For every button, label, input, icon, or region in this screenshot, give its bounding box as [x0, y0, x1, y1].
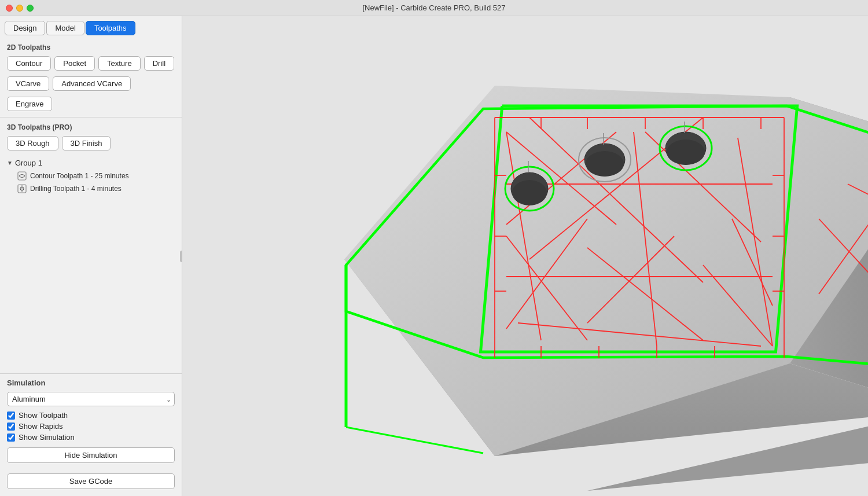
- tab-bar: Design Model Toolpaths: [0, 21, 182, 40]
- pocket-button[interactable]: Pocket: [54, 56, 95, 71]
- svg-point-52: [512, 180, 547, 205]
- window-title: [NewFile] - Carbide Create PRO, Build 52…: [362, 3, 505, 12]
- close-button[interactable]: [6, 5, 13, 12]
- simulation-label: Simulation: [7, 379, 175, 387]
- contour-toolpath-label: Contour Toolpath 1 - 25 minutes: [30, 172, 129, 180]
- 3d-toolpath-buttons: 3D Rough 3D Finish: [0, 134, 182, 154]
- show-rapids-row: Show Rapids: [7, 422, 175, 431]
- show-rapids-checkbox[interactable]: [7, 422, 15, 431]
- tab-design[interactable]: Design: [5, 21, 45, 35]
- sidebar-resize-handle[interactable]: [179, 16, 182, 496]
- show-simulation-checkbox[interactable]: [7, 433, 15, 442]
- show-simulation-row: Show Simulation: [7, 433, 175, 442]
- section-2d-toolpaths: 2D Toolpaths: [0, 40, 182, 54]
- vcarve-button[interactable]: VCarve: [7, 76, 49, 91]
- drilling-toolpath-icon: [17, 184, 27, 193]
- title-bar: [NewFile] - Carbide Create PRO, Build 52…: [0, 0, 868, 16]
- advanced-vcarve-button[interactable]: Advanced VCarve: [53, 76, 131, 91]
- material-select-wrapper: Aluminum Wood Plastic Steel ⌄: [7, 392, 175, 406]
- show-toolpath-checkbox[interactable]: [7, 412, 15, 420]
- tab-toolpaths[interactable]: Toolpaths: [86, 21, 135, 35]
- divider-1: [0, 117, 182, 117]
- contour-toolpath-icon: [17, 171, 27, 181]
- tab-model[interactable]: Model: [46, 21, 84, 35]
- 3d-finish-button[interactable]: 3D Finish: [62, 136, 111, 150]
- svg-point-55: [586, 151, 624, 177]
- toolpath-item-contour[interactable]: Contour Toolpath 1 - 25 minutes: [5, 170, 177, 182]
- toolpath-item-drilling[interactable]: Drilling Toolpath 1 - 4 minutes: [5, 182, 177, 195]
- minimize-button[interactable]: [16, 5, 23, 12]
- engrave-button[interactable]: Engrave: [7, 97, 52, 111]
- group-1-header[interactable]: ▼ Group 1: [5, 156, 177, 170]
- canvas-area: [182, 16, 868, 496]
- engrave-buttons: Engrave: [0, 94, 182, 115]
- hide-simulation-button[interactable]: Hide Simulation: [7, 447, 175, 463]
- drill-button[interactable]: Drill: [144, 56, 174, 71]
- drilling-toolpath-label: Drilling Toolpath 1 - 4 minutes: [30, 185, 122, 193]
- vcarve-buttons: VCarve Advanced VCarve: [0, 74, 182, 94]
- texture-button[interactable]: Texture: [98, 56, 141, 71]
- group-1-name: Group 1: [15, 159, 42, 167]
- group-collapse-icon: ▼: [7, 160, 13, 166]
- 3d-rough-button[interactable]: 3D Rough: [7, 136, 58, 150]
- show-rapids-label: Show Rapids: [19, 422, 63, 431]
- save-gcode-button[interactable]: Save GCode: [7, 473, 175, 489]
- simulation-canvas[interactable]: [182, 16, 868, 496]
- traffic-lights[interactable]: [6, 5, 34, 12]
- show-toolpath-label: Show Toolpath: [19, 411, 68, 420]
- main-area: Design Model Toolpaths 2D Toolpaths Cont…: [0, 16, 868, 496]
- simulation-section: Simulation Aluminum Wood Plastic Steel ⌄…: [0, 373, 182, 468]
- svg-point-58: [667, 139, 705, 165]
- toolpath-list: ▼ Group 1 Contour Toolpath 1 - 25 minute…: [0, 154, 182, 373]
- show-simulation-label: Show Simulation: [19, 433, 75, 442]
- 2d-toolpath-buttons: Contour Pocket Texture Drill: [0, 54, 182, 74]
- show-toolpath-row: Show Toolpath: [7, 411, 175, 420]
- contour-button[interactable]: Contour: [7, 56, 51, 71]
- sidebar: Design Model Toolpaths 2D Toolpaths Cont…: [0, 16, 182, 496]
- section-3d-toolpaths: 3D Toolpaths (PRO): [0, 120, 182, 134]
- maximize-button[interactable]: [27, 5, 34, 12]
- material-select[interactable]: Aluminum Wood Plastic Steel: [7, 392, 175, 406]
